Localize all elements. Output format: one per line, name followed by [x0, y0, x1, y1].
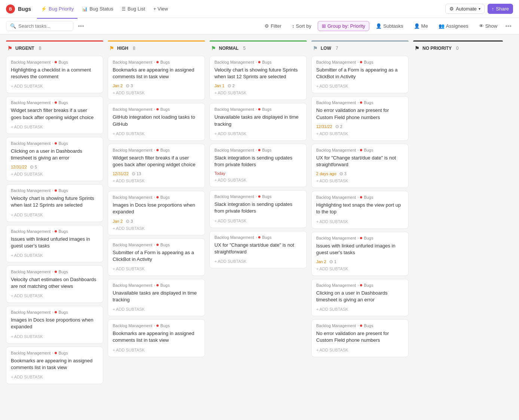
task-card[interactable]: Backlog Management›BugsGitHub integratio…	[108, 103, 205, 140]
tab-bug-status-label: Bug Status	[89, 6, 113, 12]
share-button[interactable]: ↑ Share	[488, 4, 513, 14]
sort-button[interactable]: ↕ Sort by	[288, 21, 315, 31]
status-dot-icon	[55, 271, 57, 273]
task-card[interactable]: Backlog Management›BugsIssues with linke…	[311, 232, 409, 276]
breadcrumb-chevron-icon: ›	[357, 195, 358, 199]
add-subtask-button[interactable]: + ADD SUBTASK	[316, 266, 404, 272]
task-card[interactable]: Backlog Management›BugsUX for "Change st…	[210, 231, 307, 268]
group-by-button[interactable]: ⊞ Group by: Priority	[318, 21, 369, 31]
filter-button[interactable]: ⚙ Filter	[260, 21, 286, 31]
add-subtask-button[interactable]: + ADD SUBTASK	[113, 178, 200, 184]
add-subtask-button[interactable]: + ADD SUBTASK	[11, 124, 98, 130]
task-card[interactable]: Backlog Management›BugsVelocity chart es…	[6, 265, 103, 303]
card-meta: Backlog Management›Bugs	[11, 141, 98, 146]
task-card[interactable]: Backlog Management›BugsBookmarks are app…	[6, 347, 103, 384]
card-footer: Jan 1⊙ 2	[214, 83, 302, 88]
status-dot-icon	[258, 108, 260, 110]
add-subtask-button[interactable]: + ADD SUBTASK	[11, 374, 98, 380]
subtasks-button[interactable]: 👤 Subtasks	[372, 21, 407, 31]
me-button[interactable]: 👤 Me	[410, 21, 432, 31]
task-card[interactable]: Backlog Management›BugsSubmitter of a Fo…	[311, 56, 409, 93]
add-subtask-button[interactable]: + ADD SUBTASK	[11, 334, 98, 340]
add-subtask-button[interactable]: + ADD SUBTASK	[214, 218, 302, 224]
add-subtask-button[interactable]: + ADD SUBTASK	[113, 266, 200, 272]
task-card[interactable]: Backlog Management›BugsImages in Docs lo…	[6, 306, 103, 343]
task-card[interactable]: Backlog Management›BugsSlack integration…	[210, 190, 307, 228]
task-card[interactable]: Backlog Management›BugsBookmarks are app…	[108, 56, 205, 100]
add-subtask-button[interactable]: + ADD SUBTASK	[214, 131, 302, 137]
add-subtask-button[interactable]: + ADD SUBTASK	[11, 171, 98, 177]
add-subtask-button[interactable]: + ADD SUBTASK	[113, 306, 200, 312]
task-card[interactable]: Backlog Management›BugsClicking on a use…	[6, 137, 103, 181]
add-subtask-button[interactable]: + ADD SUBTASK	[214, 177, 302, 183]
add-subtask-button[interactable]: + ADD SUBTASK	[11, 252, 98, 258]
task-card[interactable]: Backlog Management›BugsVelocity chart is…	[210, 56, 307, 100]
flag-icon-nopriority: ⚑	[415, 45, 419, 51]
card-space: Bugs	[160, 323, 170, 328]
task-card[interactable]: Backlog Management›BugsVelocity chart is…	[6, 184, 103, 222]
assignees-icon: 👥	[439, 23, 445, 29]
card-due-date: 12/31/22	[316, 124, 332, 129]
search-more-button[interactable]: •••	[76, 22, 86, 30]
tab-bug-priority[interactable]: ⚡ Bug Priority	[37, 4, 77, 14]
card-space: Bugs	[364, 283, 373, 287]
task-card[interactable]: Backlog Management›BugsUX for "Change st…	[311, 144, 409, 188]
task-card[interactable]: Backlog Management›BugsClicking on a use…	[311, 279, 409, 316]
search-input[interactable]	[18, 23, 69, 29]
card-title: Highlighting a checklist in a comment re…	[11, 67, 98, 80]
task-card[interactable]: Backlog Management›BugsHighlighting a ch…	[6, 56, 103, 93]
me-label: Me	[421, 23, 428, 29]
toolbar-more-button[interactable]: •••	[504, 22, 513, 30]
card-space: Bugs	[262, 107, 271, 112]
add-subtask-button[interactable]: + ADD SUBTASK	[214, 258, 302, 264]
task-card[interactable]: Backlog Management›BugsWidget search fil…	[6, 96, 103, 134]
card-project: Backlog Management	[11, 141, 51, 146]
task-card[interactable]: Backlog Management›BugsUnavailable tasks…	[210, 103, 307, 140]
task-card[interactable]: Backlog Management›BugsSlack integration…	[210, 144, 307, 187]
add-subtask-button[interactable]: + ADD SUBTASK	[113, 225, 200, 231]
task-card[interactable]: Backlog Management›BugsHighlighting text…	[311, 191, 409, 228]
show-button[interactable]: 👁 Show	[475, 21, 502, 31]
add-subtask-button[interactable]: + ADD SUBTASK	[113, 90, 200, 96]
card-project: Backlog Management	[316, 236, 356, 240]
task-card[interactable]: Backlog Management›BugsIssues with linke…	[6, 225, 103, 262]
add-subtask-button[interactable]: + ADD SUBTASK	[316, 178, 404, 184]
card-title: Unavailable tasks are displayed in time …	[214, 114, 302, 127]
task-card[interactable]: Backlog Management›BugsSubmitter of a Fo…	[108, 238, 205, 276]
assignees-button[interactable]: 👥 Assignees	[434, 21, 473, 31]
show-label: Show	[485, 23, 498, 29]
automate-button[interactable]: ⚙ Automate ▾	[445, 4, 485, 14]
card-project: Backlog Management	[214, 107, 254, 112]
task-card[interactable]: Backlog Management›BugsImages in Docs lo…	[108, 191, 205, 235]
task-card[interactable]: Backlog Management›BugsUnavailable tasks…	[108, 279, 205, 316]
add-subtask-button[interactable]: + ADD SUBTASK	[316, 347, 404, 353]
tab-bug-list[interactable]: ☰ Bug List	[118, 4, 149, 14]
search-box[interactable]: 🔍	[6, 21, 73, 31]
tab-bug-status[interactable]: 📊 Bug Status	[78, 4, 117, 14]
add-subtask-button[interactable]: + ADD SUBTASK	[113, 131, 200, 137]
card-subtask-count: ⊙ 3	[339, 171, 346, 176]
task-card[interactable]: Backlog Management›BugsWidget search fil…	[108, 144, 205, 188]
bug-list-icon: ☰	[122, 6, 126, 12]
add-subtask-button[interactable]: + ADD SUBTASK	[316, 131, 404, 137]
add-subtask-button[interactable]: + ADD SUBTASK	[11, 83, 98, 89]
task-card[interactable]: Backlog Management›BugsBookmarks are app…	[108, 319, 205, 357]
add-subtask-button[interactable]: + ADD SUBTASK	[316, 83, 404, 89]
flag-icon-normal: ⚑	[211, 45, 216, 51]
add-subtask-button[interactable]: + ADD SUBTASK	[11, 212, 98, 218]
task-card[interactable]: Backlog Management›BugsNo error validati…	[311, 96, 409, 140]
breadcrumb-chevron-icon: ›	[52, 229, 53, 233]
task-card[interactable]: Backlog Management›BugsNo error validati…	[311, 319, 409, 357]
card-project: Backlog Management	[113, 60, 152, 64]
add-subtask-button[interactable]: + ADD SUBTASK	[316, 306, 404, 312]
card-space: Bugs	[262, 235, 271, 240]
toolbar: 🔍 ••• ⚙ Filter ↕ Sort by ⊞ Group by: Pri…	[0, 18, 519, 34]
filter-icon: ⚙	[265, 23, 269, 29]
subtask-icon: ⊙	[228, 83, 231, 88]
card-meta: Backlog Management›Bugs	[316, 283, 404, 287]
add-subtask-button[interactable]: + ADD SUBTASK	[113, 347, 200, 353]
add-view-tab[interactable]: + View	[150, 4, 172, 14]
add-subtask-button[interactable]: + ADD SUBTASK	[11, 293, 98, 299]
add-subtask-button[interactable]: + ADD SUBTASK	[214, 90, 302, 96]
add-subtask-button[interactable]: + ADD SUBTASK	[316, 219, 404, 225]
